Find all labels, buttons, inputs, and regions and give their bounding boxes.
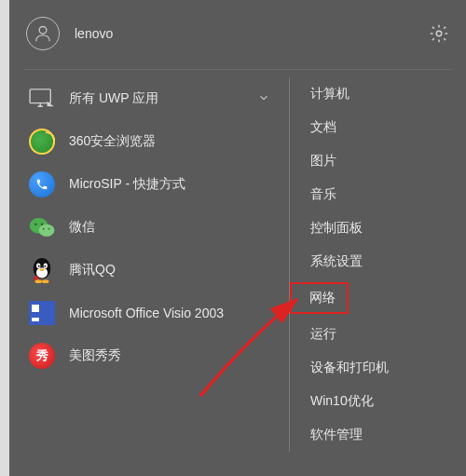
divider	[23, 69, 452, 70]
menu-label: 运行	[310, 326, 336, 341]
svg-point-4	[39, 224, 55, 237]
svg-point-13	[38, 265, 40, 267]
app-label: 360安全浏览器	[69, 133, 280, 150]
svg-point-16	[35, 279, 42, 283]
svg-point-0	[39, 26, 47, 34]
app-360-browser[interactable]: 360安全浏览器	[19, 120, 289, 163]
visio-icon	[28, 299, 56, 327]
app-microsip[interactable]: MicroSIP - 快捷方式	[19, 163, 289, 206]
menu-music[interactable]: 音乐	[290, 178, 466, 211]
menu-label: 文档	[310, 119, 336, 134]
places-column: 计算机 文档 图片 音乐 控制面板 系统设置 网络 运行 设备和打印机 Win1…	[289, 77, 466, 452]
menu-label: 计算机	[310, 86, 350, 101]
menu-label: 图片	[310, 153, 336, 168]
menu-label: 控制面板	[310, 220, 363, 235]
app-qq[interactable]: 腾讯QQ	[19, 249, 289, 292]
svg-point-6	[41, 223, 44, 225]
menu-label: 设备和打印机	[310, 360, 389, 374]
svg-point-1	[436, 31, 442, 36]
svg-rect-2	[30, 89, 50, 103]
qq-icon	[28, 256, 56, 284]
monitor-icon	[28, 85, 56, 113]
svg-point-7	[43, 228, 45, 230]
menu-label: 软件管理	[310, 427, 363, 442]
360-browser-icon	[28, 128, 56, 156]
app-label: MicroSIP - 快捷方式	[69, 176, 280, 193]
menu-computer[interactable]: 计算机	[290, 77, 466, 111]
menu-label-highlighted: 网络	[290, 282, 349, 314]
svg-point-8	[48, 228, 50, 230]
menu-label: 系统设置	[310, 253, 363, 268]
app-label: 腾讯QQ	[69, 262, 280, 279]
username-label: lenovo	[75, 26, 113, 41]
menu-control-panel[interactable]: 控制面板	[290, 211, 466, 245]
menu-run[interactable]: 运行	[290, 318, 466, 351]
menu-win10-optimize[interactable]: Win10优化	[290, 385, 466, 418]
header: lenovo	[9, 0, 466, 67]
svg-point-5	[34, 223, 37, 225]
app-label: 美图秀秀	[69, 347, 280, 364]
menu-devices-printers[interactable]: 设备和打印机	[290, 351, 466, 385]
wechat-icon	[28, 213, 56, 241]
svg-point-15	[39, 268, 45, 271]
all-uwp-apps[interactable]: 所有 UWP 应用	[19, 77, 289, 120]
menu-label: Win10优化	[310, 393, 374, 408]
user-icon	[26, 17, 60, 50]
menu-label: 音乐	[310, 186, 336, 201]
settings-button[interactable]	[429, 23, 449, 44]
app-label: 微信	[69, 219, 280, 236]
menu-software-manage[interactable]: 软件管理	[290, 418, 466, 452]
user-account-button[interactable]: lenovo	[26, 17, 113, 50]
app-meitu[interactable]: 秀 美图秀秀	[19, 334, 289, 377]
app-wechat[interactable]: 微信	[19, 206, 289, 249]
phone-icon	[28, 170, 56, 198]
svg-point-17	[42, 279, 48, 283]
menu-system-settings[interactable]: 系统设置	[290, 245, 466, 279]
menu-pictures[interactable]: 图片	[290, 144, 466, 178]
menu-documents[interactable]: 文档	[290, 111, 466, 144]
all-apps-label: 所有 UWP 应用	[69, 90, 244, 107]
app-label: Microsoft Office Visio 2003	[69, 306, 280, 320]
svg-point-14	[44, 265, 46, 267]
meitu-icon: 秀	[28, 342, 56, 370]
apps-column: 所有 UWP 应用 360安全浏览器 MicroSIP - 快捷方式	[19, 77, 289, 452]
menu-network[interactable]: 网络	[290, 279, 466, 318]
chevron-down-icon	[257, 91, 270, 107]
app-visio[interactable]: Microsoft Office Visio 2003	[19, 292, 289, 334]
